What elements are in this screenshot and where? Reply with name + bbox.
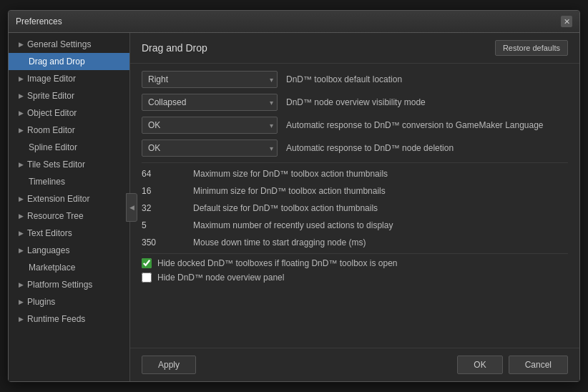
sidebar-item-spline-editor[interactable]: Spline Editor — [9, 139, 129, 156]
sidebar-item-resource-tree[interactable]: ▶Resource Tree — [9, 207, 129, 225]
content-title: Drag and Drop — [142, 42, 207, 54]
number-label: Minimum size for DnD™ toolbox action thu… — [193, 186, 568, 196]
cancel-button[interactable]: Cancel — [509, 356, 568, 374]
expand-arrow-icon: ▶ — [19, 195, 24, 202]
content-header: Drag and Drop Restore defaults — [130, 33, 579, 64]
expand-arrow-icon: ▶ — [19, 109, 24, 117]
checkbox-label-hide-docked: Hide docked DnD™ toolboxes if floating D… — [157, 258, 398, 268]
expand-arrow-icon: ▶ — [19, 75, 24, 82]
sidebar-item-label: Text Editors — [27, 228, 72, 238]
sidebar-item-label: Languages — [27, 245, 69, 255]
checkbox-row-hide-docked: Hide docked DnD™ toolboxes if floating D… — [142, 258, 568, 268]
sidebar-item-drag-and-drop[interactable]: Drag and Drop — [9, 53, 129, 70]
expand-arrow-icon: ▶ — [19, 298, 24, 305]
sidebar-item-sprite-editor[interactable]: ▶Sprite Editor — [9, 87, 129, 104]
main-content: Drag and Drop Restore defaults LeftRight… — [130, 33, 579, 381]
checkbox-hide-docked[interactable] — [142, 258, 152, 268]
preferences-dialog: Preferences ✕ ▶General SettingsDrag and … — [8, 10, 580, 382]
sidebar-item-label: Plugins — [27, 297, 55, 307]
sidebar-item-extension-editor[interactable]: ▶Extension Editor — [9, 190, 129, 207]
settings-row-auto-response-gml: OKCancelAsk▾Automatic response to DnD™ c… — [142, 117, 568, 134]
sidebar-item-tile-sets-editor[interactable]: ▶Tile Sets Editor — [9, 156, 129, 173]
setting-label-node-visibility: DnD™ node overview visibility mode — [286, 97, 568, 107]
footer: Apply OK Cancel — [130, 348, 579, 381]
sidebar-wrap: ▶General SettingsDrag and Drop▶Image Edi… — [9, 33, 130, 381]
setting-label-toolbox-location: DnD™ toolbox default location — [286, 74, 568, 84]
sidebar-item-label: Extension Editor — [27, 194, 89, 204]
title-bar: Preferences ✕ — [9, 11, 579, 33]
sidebar-item-label: Runtime Feeds — [27, 314, 85, 324]
sidebar-item-label: Image Editor — [27, 74, 76, 84]
sidebar-item-label: Platform Settings — [27, 280, 92, 290]
expand-arrow-icon: ▶ — [19, 127, 24, 134]
expand-arrow-icon: ▶ — [19, 315, 24, 323]
sidebar-item-label: Spline Editor — [29, 142, 77, 152]
dialog-title: Preferences — [16, 16, 62, 26]
sidebar-item-room-editor[interactable]: ▶Room Editor — [9, 122, 129, 139]
number-row: 350Mouse down time to start dragging nod… — [142, 236, 568, 249]
sidebar-collapse-button[interactable]: ◀ — [126, 193, 137, 222]
setting-label-auto-response-delete: Automatic response to DnD™ node deletion — [286, 143, 568, 153]
dropdown-wrap-toolbox-location: LeftRightTopBottom▾ — [142, 71, 278, 88]
number-row: 5Maximum number of recently used actions… — [142, 219, 568, 232]
close-button[interactable]: ✕ — [561, 16, 572, 27]
number-label: Maximum size for DnD™ toolbox action thu… — [193, 169, 568, 179]
expand-arrow-icon: ▶ — [19, 41, 24, 48]
setting-label-auto-response-gml: Automatic response to DnD™ conversion to… — [286, 120, 568, 130]
restore-defaults-button[interactable]: Restore defaults — [495, 40, 568, 56]
sidebar-item-timelines[interactable]: Timelines — [9, 173, 129, 190]
expand-arrow-icon: ▶ — [19, 212, 24, 220]
ok-button[interactable]: OK — [457, 356, 502, 374]
dropdown-wrap-auto-response-gml: OKCancelAsk▾ — [142, 117, 278, 134]
checkbox-label-hide-node-overview: Hide DnD™ node overview panel — [157, 273, 284, 283]
checkbox-hide-node-overview[interactable] — [142, 273, 152, 283]
sidebar-item-platform-settings[interactable]: ▶Platform Settings — [9, 276, 129, 293]
sidebar-item-label: Timelines — [29, 177, 65, 187]
expand-arrow-icon: ▶ — [19, 230, 24, 237]
sidebar-item-text-editors[interactable]: ▶Text Editors — [9, 225, 129, 242]
expand-arrow-icon: ▶ — [19, 161, 24, 168]
sidebar-item-label: General Settings — [27, 39, 91, 49]
number-row: 64Maximum size for DnD™ toolbox action t… — [142, 167, 568, 180]
checkbox-row-hide-node-overview: Hide DnD™ node overview panel — [142, 273, 568, 283]
content-scroll: LeftRightTopBottom▾DnD™ toolbox default … — [130, 64, 579, 348]
footer-right: OK Cancel — [457, 356, 568, 374]
sidebar-item-object-editor[interactable]: ▶Object Editor — [9, 104, 129, 122]
dropdown-wrap-node-visibility: CollapsedExpandedHidden▾ — [142, 94, 278, 111]
number-row: 32Default size for DnD™ toolbox action t… — [142, 202, 568, 215]
sidebar-item-general-settings[interactable]: ▶General Settings — [9, 36, 129, 53]
sidebar-item-label: Room Editor — [27, 125, 75, 135]
expand-arrow-icon: ▶ — [19, 92, 24, 99]
sidebar-item-label: Resource Tree — [27, 211, 84, 221]
number-label: Maximum number of recently used actions … — [193, 220, 568, 230]
dropdown-node-visibility[interactable]: CollapsedExpandedHidden — [142, 94, 278, 111]
settings-row-auto-response-delete: OKCancelAsk▾Automatic response to DnD™ n… — [142, 139, 568, 157]
apply-button[interactable]: Apply — [142, 356, 196, 374]
dropdown-auto-response-delete[interactable]: OKCancelAsk — [142, 139, 278, 157]
dropdown-auto-response-gml[interactable]: OKCancelAsk — [142, 117, 278, 134]
number-value: 16 — [142, 186, 185, 196]
sidebar-item-plugins[interactable]: ▶Plugins — [9, 293, 129, 310]
number-row: 16Minimum size for DnD™ toolbox action t… — [142, 185, 568, 197]
number-value: 32 — [142, 203, 185, 213]
dialog-body: ▶General SettingsDrag and Drop▶Image Edi… — [9, 33, 579, 381]
sidebar-item-label: Tile Sets Editor — [27, 160, 85, 170]
sidebar-item-marketplace[interactable]: Marketplace — [9, 259, 129, 276]
sidebar-item-runtime-feeds[interactable]: ▶Runtime Feeds — [9, 310, 129, 328]
separator — [142, 253, 568, 254]
sidebar-item-label: Marketplace — [29, 263, 75, 273]
number-label: Mouse down time to start dragging node (… — [193, 237, 568, 248]
sidebar: ▶General SettingsDrag and Drop▶Image Edi… — [9, 33, 130, 381]
separator — [142, 162, 568, 163]
sidebar-item-languages[interactable]: ▶Languages — [9, 242, 129, 259]
sidebar-item-label: Drag and Drop — [29, 57, 85, 67]
expand-arrow-icon: ▶ — [19, 247, 24, 254]
number-value: 350 — [142, 237, 185, 248]
number-label: Default size for DnD™ toolbox action thu… — [193, 203, 568, 213]
expand-arrow-icon: ▶ — [19, 281, 24, 288]
settings-row-toolbox-location: LeftRightTopBottom▾DnD™ toolbox default … — [142, 71, 568, 88]
footer-left: Apply — [142, 356, 196, 374]
number-value: 5 — [142, 220, 185, 230]
sidebar-item-image-editor[interactable]: ▶Image Editor — [9, 70, 129, 87]
dropdown-toolbox-location[interactable]: LeftRightTopBottom — [142, 71, 278, 88]
